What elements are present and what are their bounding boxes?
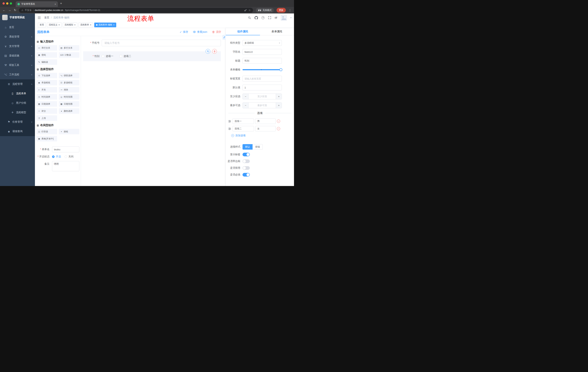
increase-button[interactable]: +	[276, 103, 282, 108]
sidebar-item[interactable]: ☻ 请假查询	[0, 127, 35, 136]
collapse-panel-handle[interactable]	[222, 35, 226, 40]
sidebar-item[interactable]: ⌂ 首页	[0, 22, 35, 32]
checkbox-option[interactable]: 选项二	[119, 55, 131, 58]
search-icon[interactable]	[248, 16, 251, 19]
sidebar-item[interactable]: ⚑ 任务管理 ∨	[0, 117, 35, 127]
palette-item[interactable]: ☑ 多选框组	[59, 80, 80, 85]
back-button[interactable]: ←	[2, 9, 5, 12]
reload-button[interactable]: ↻	[14, 9, 16, 12]
password-key-icon[interactable]	[244, 9, 247, 12]
sidebar-item[interactable]: ✈ 流程模型	[0, 108, 35, 117]
tag-close-icon[interactable]: ×	[58, 24, 60, 26]
option-label-input[interactable]	[232, 126, 254, 131]
palette-item[interactable]: ⌥ 级联选择	[59, 73, 80, 78]
checkbox-icon[interactable]	[119, 55, 122, 57]
copy-widget-button[interactable]	[206, 49, 210, 54]
palette-item[interactable]: ⊸ 滑块	[59, 87, 80, 93]
maximize-window-button[interactable]	[10, 2, 12, 5]
page-tag[interactable]: 流程定义 ×	[47, 22, 62, 27]
remove-option-button[interactable]: −	[277, 120, 280, 123]
toggle-switch[interactable]	[242, 166, 250, 170]
drag-handle-icon[interactable]	[228, 127, 231, 130]
palette-item[interactable]: ◐ 开关	[36, 87, 57, 93]
palette-item[interactable]: ◕ 颜色选择	[59, 108, 80, 114]
palette-item[interactable]: 123 计数器	[59, 52, 80, 58]
slider-track[interactable]	[242, 69, 282, 70]
tag-close-icon[interactable]: ×	[74, 24, 76, 26]
page-tag[interactable]: 流程表单 ×	[78, 22, 93, 27]
sidebar-logo[interactable]: 芋道管理系统	[0, 13, 35, 21]
add-option-button[interactable]: + 添加选项	[231, 134, 294, 137]
forward-button[interactable]: →	[8, 9, 11, 12]
page-tag[interactable]: 流程表单-编辑 ×	[94, 22, 116, 27]
new-tab-button[interactable]: +	[60, 0, 62, 7]
stepper-value[interactable]: 至少应选	[249, 94, 276, 99]
tab-component-props[interactable]: 组件属性	[226, 28, 260, 35]
github-icon[interactable]	[254, 16, 258, 20]
browser-menu-icon[interactable]: ⋮	[289, 9, 292, 12]
tab-close-icon[interactable]: ×	[55, 3, 56, 6]
toggle-switch[interactable]	[242, 173, 250, 177]
sidebar-item[interactable]: ☺ 用户分组	[0, 98, 35, 108]
sidebar-item[interactable]: ≣ 流程管理 ∧	[0, 79, 35, 89]
minimize-window-button[interactable]	[6, 2, 8, 5]
field-name-input[interactable]	[242, 49, 282, 55]
increase-button[interactable]: +	[276, 94, 282, 99]
style-default-button[interactable]: 默认	[242, 144, 253, 149]
component-type-select[interactable]: 多选框组 ▾	[242, 40, 282, 46]
font-size-icon[interactable]: tT	[275, 16, 277, 19]
checkbox-icon[interactable]	[102, 55, 104, 57]
save-button[interactable]: ✓ 保存	[179, 30, 188, 34]
checkbox-option[interactable]: 选项一	[102, 55, 113, 58]
stepper-value[interactable]: 最多可选	[249, 103, 276, 108]
decrease-button[interactable]: −	[243, 103, 249, 108]
page-tag[interactable]: 首页 ×	[38, 22, 46, 27]
drag-handle-icon[interactable]	[228, 120, 231, 123]
palette-item[interactable]: ▦ 表格[开发中]	[36, 136, 57, 141]
option-label-input[interactable]	[232, 118, 254, 124]
canvas-field-phone[interactable]: 手机号	[83, 40, 221, 46]
palette-item[interactable]: ▤ 多行文本	[59, 45, 80, 51]
sidebar-item[interactable]: ▤ 基础设施 ∨	[0, 51, 35, 60]
tab-form-props[interactable]: 表单属性	[260, 28, 294, 35]
selected-widget[interactable]: 性别 选项一 选项二	[83, 51, 221, 61]
clear-button[interactable]: 清空	[212, 30, 221, 34]
canvas-field-gender[interactable]: 性别 选项一 选项二	[83, 51, 221, 61]
user-avatar[interactable]	[281, 15, 287, 21]
sidebar-item[interactable]: ¥ 支付管理 ∨	[0, 42, 35, 51]
palette-item[interactable]: ◶ 时间范围	[59, 94, 80, 100]
palette-item[interactable]: ⌖ 按钮	[59, 129, 80, 134]
browser-tab[interactable]: 芋道管理系统 ×	[16, 1, 58, 7]
grid-slider[interactable]	[242, 67, 282, 73]
option-value-input[interactable]	[255, 118, 276, 124]
palette-item[interactable]: ▦ 日期选择	[36, 101, 57, 107]
remark-textarea[interactable]	[52, 161, 79, 171]
sidebar-item[interactable]: ⌥ 工作流程 ∧	[0, 70, 35, 79]
sidebar-item[interactable]: ▯ 流程表单	[0, 89, 35, 98]
address-bar[interactable]: ⚠ 不安全 dashboard.yudao.iocoder.cn /bpm/ma…	[19, 8, 253, 13]
bookmark-star-icon[interactable]: ☆	[248, 9, 251, 12]
form-name-input[interactable]	[52, 147, 79, 152]
toggle-switch[interactable]	[242, 153, 250, 156]
page-tag[interactable]: 流程模型 ×	[63, 22, 77, 27]
palette-item[interactable]: ▩ 日期范围	[59, 101, 80, 107]
tag-close-icon[interactable]: ×	[90, 24, 91, 26]
view-json-button[interactable]: 查看json	[193, 30, 207, 34]
option-value-input[interactable]	[255, 126, 276, 131]
fullscreen-icon[interactable]	[268, 16, 271, 19]
sidebar-item[interactable]: ⚒ 研发工具 ∨	[0, 60, 35, 70]
breadcrumb-home[interactable]: 首页	[44, 16, 49, 19]
label-width-input[interactable]	[242, 76, 282, 82]
decrease-button[interactable]: −	[243, 94, 249, 99]
palette-item[interactable]: ⊙ 下拉选择	[36, 73, 57, 78]
collapse-sidebar-icon[interactable]	[37, 16, 41, 20]
avatar-caret-icon[interactable]: ▾	[290, 17, 292, 19]
palette-item[interactable]: ↥ 上传	[36, 115, 57, 121]
sidebar-item[interactable]: ⚙ 系统管理 ∨	[0, 32, 35, 42]
security-warning-icon[interactable]: ⚠	[21, 9, 23, 11]
palette-item[interactable]: ▭ 单行文本	[36, 45, 57, 51]
status-off-radio[interactable]: 关闭	[64, 155, 74, 158]
close-window-button[interactable]	[2, 2, 5, 5]
default-value-input[interactable]	[242, 85, 282, 90]
palette-item[interactable]: ▣ 密码	[36, 52, 57, 58]
